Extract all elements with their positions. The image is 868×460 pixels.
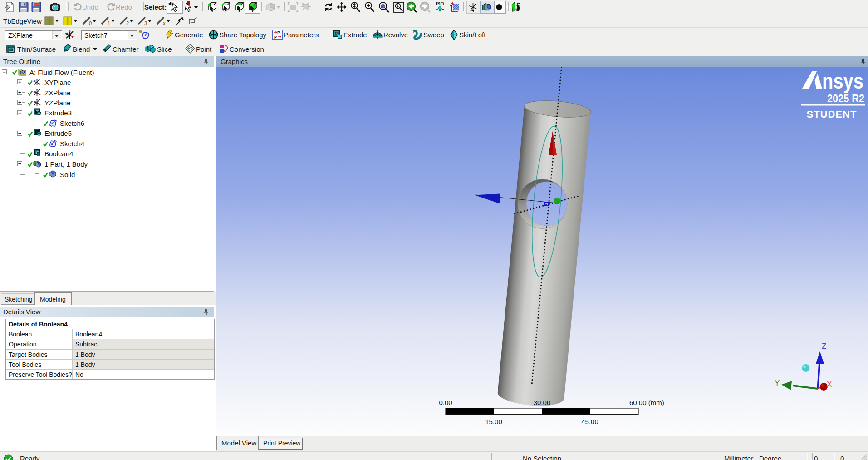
svg-text:X: X: [827, 380, 832, 389]
svg-text:x: x: [163, 20, 166, 26]
svg-text:P: P: [277, 30, 280, 35]
svg-text:15.00: 15.00: [485, 418, 502, 425]
svg-text:Z: Z: [822, 342, 826, 351]
svg-text:3: 3: [144, 20, 147, 26]
svg-text:1: 1: [108, 20, 110, 26]
svg-text:0: 0: [89, 20, 92, 26]
svg-text:nsys: nsys: [822, 69, 863, 93]
svg-text:45.00: 45.00: [581, 418, 598, 425]
svg-text:ISO: ISO: [436, 1, 444, 6]
svg-text:STUDENT: STUDENT: [807, 109, 857, 120]
svg-text:2: 2: [126, 20, 129, 26]
svg-text:30.00: 30.00: [534, 399, 551, 406]
svg-text:0.00: 0.00: [439, 399, 452, 406]
svg-text:60.00 (mm): 60.00 (mm): [629, 399, 664, 406]
svg-text:2025 R2: 2025 R2: [827, 93, 864, 104]
svg-text:P: P: [274, 35, 277, 40]
svg-text:Y: Y: [775, 379, 780, 387]
